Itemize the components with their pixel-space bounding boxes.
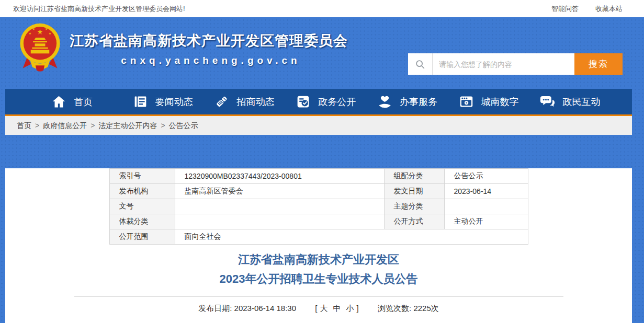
breadcrumb-announcements[interactable]: 公告公示 (169, 121, 198, 130)
nav-item-gov-affairs[interactable]: 政务公开 (296, 94, 377, 109)
info-label-docnumber: 文号 (109, 199, 175, 214)
font-size-bracket-open: [ (315, 304, 317, 313)
info-value-pubdate: 2023-06-14 (444, 184, 528, 199)
table-row: 文号 主题分类 (109, 199, 528, 214)
info-value-method: 主动公开 (444, 214, 528, 229)
home-icon (51, 94, 66, 109)
nav-item-news[interactable]: 要闻动态 (133, 94, 214, 109)
publish-date-value: 2023-06-14 18:30 (234, 304, 296, 313)
digital-window-icon (459, 94, 474, 109)
font-size-small-button[interactable]: 小 (346, 304, 354, 313)
article-title-line2: 2023年公开招聘卫生专业技术人员公告 (5, 269, 632, 289)
info-value-index: 12320900MB02337443/2023-00801 (175, 169, 384, 184)
nav-item-services[interactable]: 办事服务 (377, 94, 459, 109)
site-header: 江苏省盐南高新技术产业开发区管理委员会 cnxq.yancheng.gov.cn… (0, 17, 644, 89)
nav-item-interaction[interactable]: 政民互动 (540, 94, 622, 109)
info-label-method: 公开方式 (384, 214, 444, 229)
main-content: 索引号 12320900MB02337443/2023-00801 组配分类 公… (5, 168, 632, 323)
breadcrumb-separator: > (91, 121, 95, 130)
article-title-line1: 江苏省盐南高新技术产业开发区 (5, 250, 632, 269)
info-label-publisher: 发布机构 (109, 184, 175, 199)
info-value-docnumber (175, 199, 384, 214)
table-row: 索引号 12320900MB02337443/2023-00801 组配分类 公… (109, 169, 528, 184)
breadcrumb: 首页>政府信息公开>法定主动公开内容>公告公示 (5, 116, 632, 135)
search-input[interactable] (432, 53, 574, 75)
info-label-genre: 体裁分类 (109, 214, 175, 229)
info-label-pubdate: 发文日期 (384, 184, 444, 199)
search-button[interactable]: 搜索 (574, 53, 623, 75)
info-label-category: 组配分类 (384, 169, 444, 184)
main-navigation: 首页 要闻动态 招商动态 政务公开 办事服务 (5, 89, 632, 116)
info-value-category: 公告公示 (444, 169, 528, 184)
breadcrumb-gov-info[interactable]: 政府信息公开 (43, 121, 87, 130)
views-label: 浏览次数: (378, 304, 411, 313)
font-size-medium-button[interactable]: 中 (333, 304, 341, 313)
breadcrumb-statutory-disclosure[interactable]: 法定主动公开内容 (98, 121, 157, 130)
divider (74, 296, 563, 297)
info-label-index: 索引号 (109, 169, 175, 184)
font-size-large-button[interactable]: 大 (320, 304, 328, 313)
table-row: 公开范围 面向全社会 (109, 229, 528, 245)
info-label-topic: 主题分类 (384, 199, 444, 214)
table-row: 体裁分类 公开方式 主动公开 (109, 214, 528, 229)
document-check-icon (296, 94, 311, 109)
nav-item-investment[interactable]: 招商动态 (214, 94, 296, 109)
views-value: 2225次 (413, 304, 438, 313)
search-bar: 搜索 (408, 53, 623, 75)
info-value-genre (175, 214, 384, 229)
handshake-icon (214, 94, 229, 109)
info-label-scope: 公开范围 (109, 229, 175, 245)
breadcrumb-separator: > (35, 121, 39, 130)
breadcrumb-separator: > (161, 121, 165, 130)
publish-date-label: 发布日期: (198, 304, 232, 313)
chat-bubbles-icon (540, 94, 555, 109)
nav-item-home[interactable]: 首页 (51, 94, 133, 109)
news-icon (133, 94, 148, 109)
nav-item-digital[interactable]: 城南数字 (459, 94, 540, 109)
top-utility-bar: 欢迎访问江苏省盐南高新技术产业开发区管理委员会网站! 智能问答 收藏本站 (0, 0, 644, 17)
table-row: 发布机构 盐南高新区管委会 发文日期 2023-06-14 (109, 184, 528, 199)
welcome-text: 欢迎访问江苏省盐南高新技术产业开发区管理委员会网站! (13, 4, 185, 14)
article-title: 江苏省盐南高新技术产业开发区 2023年公开招聘卫生专业技术人员公告 (5, 250, 632, 289)
info-value-publisher: 盐南高新区管委会 (175, 184, 384, 199)
info-value-topic (444, 199, 528, 214)
china-national-emblem-icon (17, 22, 63, 75)
heart-hand-icon (377, 94, 392, 109)
bookmark-site-link[interactable]: 收藏本站 (595, 4, 623, 14)
site-title: 江苏省盐南高新技术产业开发区管理委员会 (70, 31, 352, 50)
article-meta: 发布日期: 2023-06-14 18:30 [大中小] 浏览次数: 2225次 (5, 304, 632, 314)
search-icon (408, 53, 432, 75)
info-value-scope: 面向全社会 (175, 229, 528, 245)
document-info-table: 索引号 12320900MB02337443/2023-00801 组配分类 公… (109, 168, 528, 245)
breadcrumb-home[interactable]: 首页 (17, 121, 31, 130)
font-size-bracket-close: ] (357, 304, 359, 313)
smart-qa-link[interactable]: 智能问答 (551, 4, 579, 14)
site-url: cnxq.yancheng.gov.cn (70, 55, 352, 66)
